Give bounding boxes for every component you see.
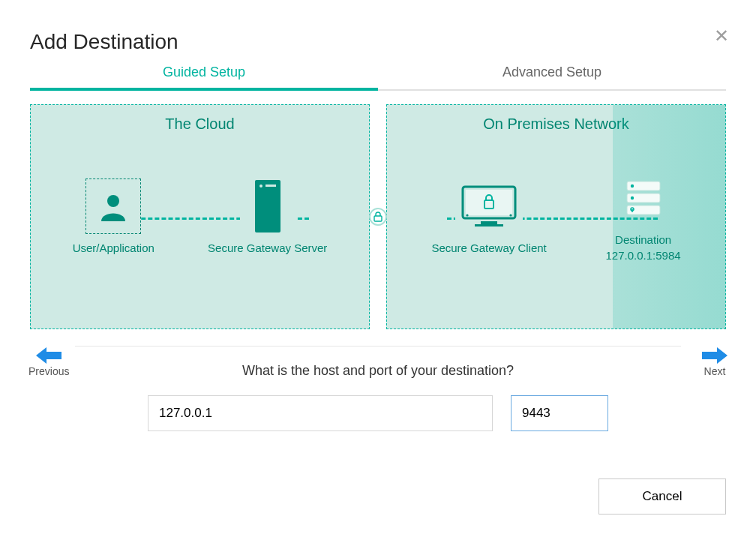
lock-badge-icon [369,208,387,226]
destination-host-input[interactable] [148,395,493,431]
divider [75,346,681,346]
user-icon [86,178,141,234]
server-tower-icon [240,178,296,234]
svg-rect-7 [481,221,497,224]
svg-point-11 [509,214,512,216]
next-label: Next [704,365,726,377]
previous-button[interactable]: Previous [28,346,69,377]
setup-tabs: Guided Setup Advanced Setup [30,64,726,91]
destination-port-input[interactable] [511,395,608,431]
node-user-application-label: User/Application [73,240,154,256]
svg-marker-18 [702,347,728,364]
previous-label: Previous [28,365,69,377]
next-button[interactable]: Next [702,346,728,377]
architecture-diagram: The Cloud User/Application [30,104,726,329]
svg-point-10 [466,214,468,216]
node-secure-gateway-client-label: Secure Gateway Client [431,240,546,256]
svg-point-0 [107,195,119,207]
svg-rect-1 [255,180,280,232]
svg-point-15 [630,184,633,188]
svg-rect-4 [374,216,382,221]
step-question: What is the host and port of your destin… [75,363,681,379]
node-secure-gateway-client: Secure Gateway Client [431,178,546,256]
arrow-right-icon [702,346,728,365]
monitor-lock-icon [455,178,523,234]
page-title: Add Destination [30,30,726,54]
node-user-application: User/Application [73,178,154,256]
svg-rect-6 [466,190,512,215]
cancel-button[interactable]: Cancel [598,478,726,514]
svg-marker-17 [36,347,62,364]
svg-point-2 [260,184,262,188]
node-destination: Destination 127.0.0.1:5984 [606,170,681,263]
node-destination-label: Destination 127.0.0.1:5984 [606,232,681,263]
onprem-panel: On Premises Network [386,104,726,329]
svg-point-16 [630,196,633,200]
tab-guided-setup[interactable]: Guided Setup [30,64,378,91]
close-icon[interactable]: ✕ [714,27,729,45]
tab-advanced-setup[interactable]: Advanced Setup [378,64,726,91]
arrow-left-icon [36,346,62,365]
server-stack-icon [616,170,671,226]
svg-rect-3 [266,184,276,187]
node-secure-gateway-server: Secure Gateway Server [208,178,327,256]
svg-rect-8 [475,224,503,226]
cloud-panel: The Cloud User/Application [30,104,370,329]
node-secure-gateway-server-label: Secure Gateway Server [208,240,327,256]
